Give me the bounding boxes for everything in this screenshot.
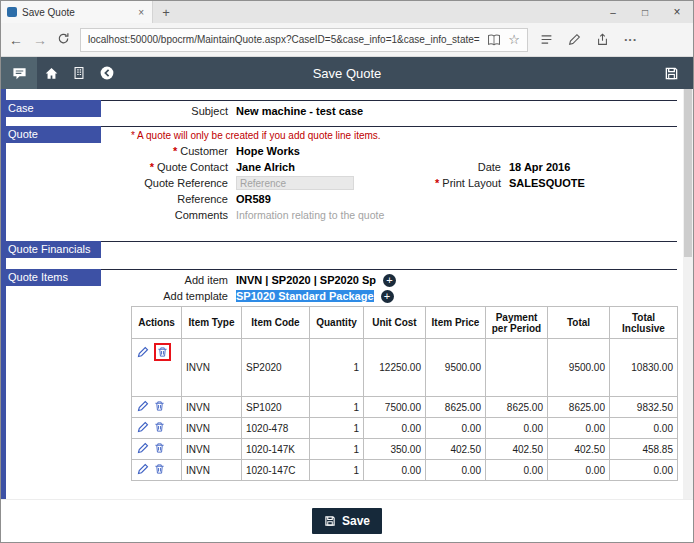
browser-tab[interactable]: Save Quote × <box>1 1 153 23</box>
cell-item-price: 9500.00 <box>426 339 486 397</box>
delete-icon[interactable] <box>157 346 168 358</box>
cell-payment-per-period: 0.00 <box>486 460 548 481</box>
hub-icon[interactable] <box>540 33 553 46</box>
cell-quantity: 1 <box>310 418 364 439</box>
cell-payment-per-period <box>486 339 548 397</box>
edit-icon[interactable] <box>137 421 149 433</box>
table-row: INVN 1020-147K 1 350.00 402.50 402.50 40… <box>132 439 678 460</box>
add-template-value[interactable]: SP1020 Standard Package <box>236 290 374 302</box>
scrollbar-thumb[interactable] <box>684 89 692 257</box>
edit-icon[interactable] <box>137 463 149 475</box>
field-label: Quote Contact <box>157 161 228 173</box>
web-note-pen-icon[interactable] <box>568 33 581 46</box>
section-header-case[interactable]: Case <box>1 100 101 117</box>
col-payment-per-period: Payment per Period <box>486 307 548 339</box>
col-item-code: Item Code <box>242 307 310 339</box>
add-template-button[interactable]: + <box>381 290 394 303</box>
section-divider <box>101 269 677 270</box>
save-icon[interactable] <box>657 57 685 89</box>
tab-close-icon[interactable]: × <box>136 7 146 18</box>
cell-total: 402.50 <box>548 439 610 460</box>
save-button[interactable]: Save <box>312 508 382 534</box>
date-value[interactable]: 18 Apr 2016 <box>509 161 570 173</box>
delete-icon[interactable] <box>154 463 165 475</box>
add-item-button[interactable]: + <box>383 274 396 287</box>
maximize-button[interactable]: □ <box>629 1 661 23</box>
field-row-comments: Comments <box>1 207 677 223</box>
section-header-quote-financials[interactable]: Quote Financials <box>1 241 101 258</box>
chat-icon[interactable] <box>1 57 37 89</box>
field-row-subject: Subject New machine - test case <box>1 103 677 119</box>
cell-total-inclusive: 458.85 <box>610 439 678 460</box>
cell-unit-cost: 350.00 <box>364 439 426 460</box>
add-item-value[interactable]: INVN | SP2020 | SP2020 Sp <box>236 274 376 286</box>
refresh-icon[interactable] <box>57 32 70 47</box>
window-close-button[interactable]: × <box>661 1 693 23</box>
browser-navbar: ← → localhost:50000/bpocrm/MaintainQuote… <box>1 23 693 57</box>
delete-icon[interactable] <box>154 442 165 454</box>
edit-icon[interactable] <box>137 346 149 358</box>
minimize-button[interactable]: – <box>597 1 629 23</box>
quote-contact-value[interactable]: Jane Alrich <box>236 161 295 173</box>
company-building-icon[interactable] <box>65 57 93 89</box>
home-icon[interactable] <box>37 57 65 89</box>
cell-payment-per-period: 0.00 <box>486 418 548 439</box>
forward-icon[interactable]: → <box>33 33 47 47</box>
cell-quantity: 1 <box>310 439 364 460</box>
url-text: localhost:50000/bpocrm/MaintainQuote.asp… <box>88 34 480 45</box>
page-scrollbar[interactable] <box>683 89 693 499</box>
address-bar[interactable]: localhost:50000/bpocrm/MaintainQuote.asp… <box>80 28 528 52</box>
reference-value: OR589 <box>236 193 271 205</box>
cell-unit-cost: 7500.00 <box>364 397 426 418</box>
cell-item-price: 0.00 <box>426 460 486 481</box>
required-mark: * <box>150 161 154 173</box>
tab-favicon-icon <box>7 7 17 17</box>
new-tab-button[interactable]: + <box>153 1 179 23</box>
cell-total: 8625.00 <box>548 397 610 418</box>
quote-reference-input[interactable] <box>236 176 354 190</box>
field-row-customer: *Customer Hope Works <box>1 143 677 159</box>
reading-view-icon[interactable] <box>487 34 501 46</box>
print-layout-value[interactable]: SALESQUOTE <box>509 177 585 189</box>
cell-item-price: 0.00 <box>426 418 486 439</box>
required-mark: * <box>435 177 439 189</box>
more-icon[interactable]: ··· <box>624 33 637 46</box>
table-row: INVN 1020-147C 1 0.00 0.00 0.00 0.00 0.0… <box>132 460 678 481</box>
cell-total-inclusive: 9832.50 <box>610 397 678 418</box>
customer-value[interactable]: Hope Works <box>236 145 300 157</box>
delete-icon[interactable] <box>154 421 165 433</box>
navbar-actions: ··· <box>540 33 637 46</box>
cell-total-inclusive: 0.00 <box>610 460 678 481</box>
delete-icon[interactable] <box>154 400 165 412</box>
cell-item-code: 1020-478 <box>242 418 310 439</box>
cell-quantity: 1 <box>310 460 364 481</box>
section-quote-items: Quote Items Add item INVN | SP2020 | SP2… <box>1 269 677 481</box>
quote-right-column: Date 18 Apr 2016 *Print Layout SALESQUOT… <box>419 159 585 191</box>
share-icon[interactable] <box>596 33 609 46</box>
section-divider <box>101 100 677 101</box>
cell-total-inclusive: 0.00 <box>610 418 678 439</box>
cell-item-code: 1020-147K <box>242 439 310 460</box>
edit-icon[interactable] <box>137 442 149 454</box>
subject-value: New machine - test case <box>236 105 363 117</box>
cell-total: 9500.00 <box>548 339 610 397</box>
back-circle-icon[interactable] <box>93 57 121 89</box>
col-unit-cost: Unit Cost <box>364 307 426 339</box>
table-row: INVN SP1020 1 7500.00 8625.00 8625.00 86… <box>132 397 678 418</box>
cell-payment-per-period: 402.50 <box>486 439 548 460</box>
table-header-row: Actions Item Type Item Code Quantity Uni… <box>132 307 678 339</box>
required-mark: * <box>173 145 177 157</box>
col-item-type: Item Type <box>182 307 242 339</box>
field-label: Subject <box>191 105 228 117</box>
field-label: Print Layout <box>442 177 501 189</box>
col-quantity: Quantity <box>310 307 364 339</box>
back-icon[interactable]: ← <box>9 33 23 47</box>
section-header-quote-items[interactable]: Quote Items <box>1 269 101 286</box>
cell-quantity: 1 <box>310 397 364 418</box>
comments-input[interactable] <box>236 208 491 222</box>
favorite-star-icon[interactable]: ☆ <box>508 33 520 46</box>
edit-icon[interactable] <box>137 400 149 412</box>
cell-item-code: SP2020 <box>242 339 310 397</box>
cell-quantity: 1 <box>310 339 364 397</box>
cell-unit-cost: 0.00 <box>364 418 426 439</box>
